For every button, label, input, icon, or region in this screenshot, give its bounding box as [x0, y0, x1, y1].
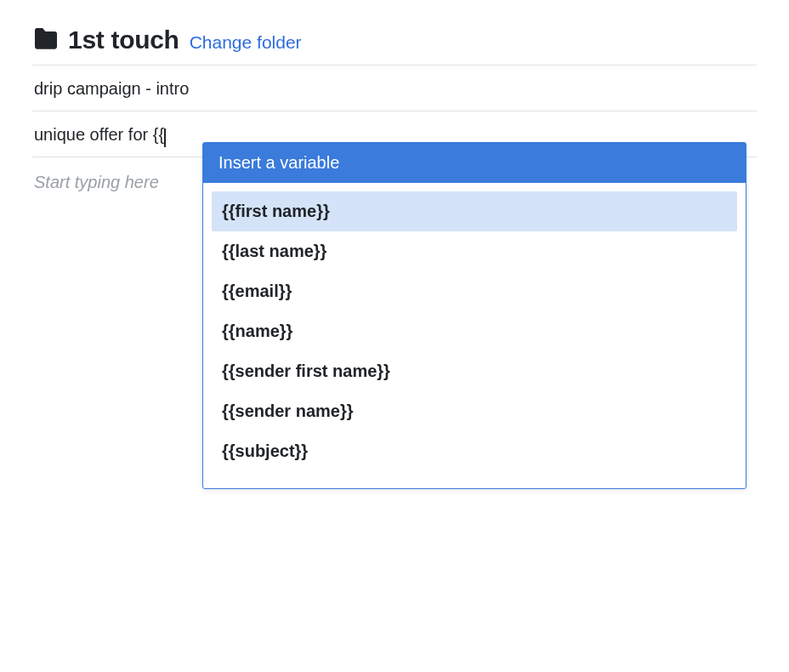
- variable-option-name[interactable]: {{name}}: [212, 311, 737, 351]
- variable-option-sender-name[interactable]: {{sender name}}: [212, 391, 737, 431]
- campaign-name-field[interactable]: drip campaign - intro: [32, 65, 757, 111]
- body-placeholder: Start typing here: [34, 173, 159, 191]
- subject-text: unique offer for {{: [34, 125, 166, 145]
- variable-option-first-name[interactable]: {{first name}}: [212, 191, 737, 231]
- text-caret: [164, 128, 166, 147]
- campaign-name-text: drip campaign - intro: [34, 79, 189, 98]
- subject-field[interactable]: unique offer for {{ Insert a variable {{…: [32, 111, 757, 157]
- variable-dropdown-list: {{first name}} {{last name}} {{email}} {…: [203, 183, 746, 471]
- variable-option-email[interactable]: {{email}}: [212, 271, 737, 311]
- variable-option-last-name[interactable]: {{last name}}: [212, 231, 737, 271]
- folder-icon: [32, 28, 60, 50]
- folder-header: 1st touch Change folder: [32, 26, 757, 54]
- variable-dropdown-header: Insert a variable: [203, 143, 746, 183]
- folder-title: 1st touch: [68, 26, 179, 54]
- variable-option-subject[interactable]: {{subject}}: [212, 431, 737, 471]
- variable-option-sender-first-name[interactable]: {{sender first name}}: [212, 351, 737, 391]
- variable-dropdown: Insert a variable {{first name}} {{last …: [202, 142, 746, 489]
- subject-value: unique offer for {{: [34, 125, 164, 145]
- change-folder-link[interactable]: Change folder: [190, 32, 302, 53]
